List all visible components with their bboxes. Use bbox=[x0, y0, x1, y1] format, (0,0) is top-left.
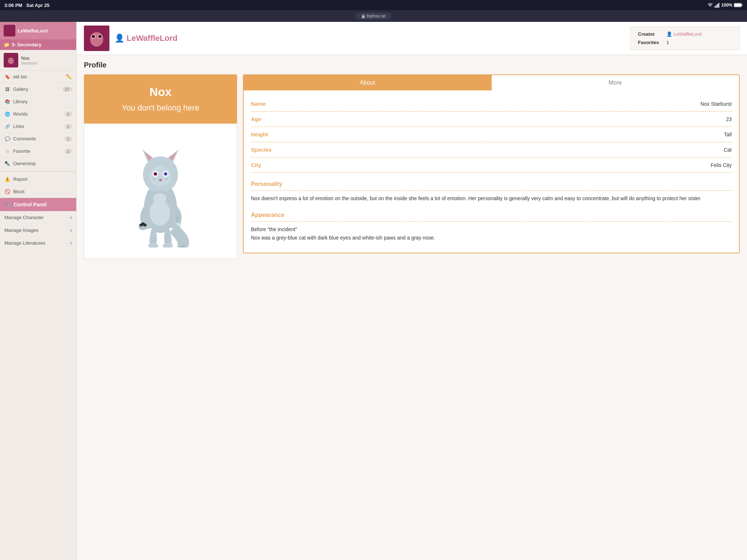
sidebar-character-item[interactable]: Nox Starburst bbox=[0, 50, 76, 71]
field-value-age: 23 bbox=[726, 116, 732, 122]
signal-icon bbox=[715, 3, 720, 8]
creator-label: Creator bbox=[638, 31, 663, 37]
nav-label-block: Block bbox=[13, 189, 25, 194]
creator-box: Creator 👤 LeWaffleLord Favorites 1 bbox=[630, 27, 740, 50]
svg-point-37 bbox=[154, 179, 155, 180]
appearance-text: Before "the incident"Nox was a grey-blue… bbox=[251, 225, 732, 242]
char-header-username: LeWaffleLord bbox=[127, 34, 178, 43]
chevron-right-icon-2 bbox=[70, 227, 72, 233]
nav-label-favorite: Favorite bbox=[13, 148, 30, 154]
photo-icon bbox=[4, 86, 10, 92]
svg-point-19 bbox=[98, 35, 101, 38]
profile-columns: Nox You don't belong here bbox=[84, 74, 740, 259]
sidebar-item-worlds[interactable]: Worlds 1 bbox=[0, 108, 76, 120]
personality-text: Nox doesn't express a lot of emotion on … bbox=[251, 194, 732, 202]
left-panel: Nox You don't belong here bbox=[84, 74, 237, 259]
char-banner: Nox You don't belong here bbox=[84, 74, 237, 124]
profile-title: Profile bbox=[84, 61, 740, 69]
warning-icon: ⚠️ bbox=[4, 176, 10, 182]
creator-row: Creator 👤 LeWaffleLord bbox=[638, 31, 732, 37]
tab-more[interactable]: More bbox=[491, 75, 739, 90]
nav-label-ownership: Ownership bbox=[13, 161, 36, 166]
links-badge: 1 bbox=[65, 124, 72, 129]
favorites-row: Favorites 1 bbox=[638, 40, 732, 45]
svg-point-33 bbox=[156, 172, 156, 173]
manage-character-label: Manage Character bbox=[4, 215, 44, 220]
nav-label-links: Links bbox=[13, 124, 24, 129]
user-avatar bbox=[4, 25, 15, 36]
field-label-age: Age bbox=[251, 116, 261, 122]
svg-rect-6 bbox=[734, 4, 741, 7]
app-layout: LeWaffleLord 📁 3- Secondary Nox St bbox=[0, 22, 747, 560]
main-content: 👤 LeWaffleLord Creator 👤 LeWaffleLord Fa… bbox=[77, 22, 747, 560]
url-bar[interactable]: toyhou.se bbox=[0, 10, 747, 22]
nav-label-gallery: Gallery bbox=[13, 86, 28, 92]
sidebar-item-favorite[interactable]: Favorite 1 bbox=[0, 145, 76, 158]
sidebar-item-report[interactable]: ⚠️ Report bbox=[0, 173, 76, 186]
nav-label-library: Library bbox=[13, 99, 28, 104]
comments-badge: 1 bbox=[65, 136, 72, 141]
favorites-count: 1 bbox=[666, 40, 669, 45]
sidebar-user-header[interactable]: LeWaffleLord bbox=[0, 22, 76, 39]
nav-label-worlds: Worlds bbox=[13, 111, 28, 117]
info-content: Name Nox Starburst Age 23 Height Tall bbox=[244, 90, 739, 253]
wrench-icon: 🔧 bbox=[4, 202, 11, 207]
svg-point-49 bbox=[153, 193, 166, 203]
svg-point-35 bbox=[159, 179, 162, 181]
chevron-right-icon bbox=[70, 214, 72, 220]
svg-point-26 bbox=[150, 166, 171, 187]
globe-icon bbox=[4, 111, 10, 117]
appearance-header: Appearance bbox=[251, 207, 732, 222]
chevron-right-icon-3 bbox=[70, 240, 72, 246]
field-label-name: Name bbox=[251, 101, 266, 107]
status-bar: 3:06 PM Sat Apr 25 100% bbox=[0, 0, 747, 10]
svg-point-48 bbox=[150, 200, 170, 226]
sidebar-manage-images[interactable]: Manage Images bbox=[0, 224, 76, 237]
personality-header: Personality bbox=[251, 176, 732, 191]
banner-name: Nox bbox=[91, 85, 230, 99]
edit-icon[interactable]: ✏️ bbox=[66, 74, 72, 79]
sidebar-item-comments[interactable]: Comments 1 bbox=[0, 133, 76, 145]
battery-icon bbox=[734, 3, 743, 7]
svg-point-12 bbox=[9, 59, 10, 60]
sidebar-item-block[interactable]: 🚫 Block bbox=[0, 186, 76, 198]
sidebar-divider bbox=[0, 171, 76, 172]
sidebar-char-name: Nox bbox=[21, 55, 38, 61]
worlds-badge: 1 bbox=[65, 112, 72, 117]
sidebar-item-links[interactable]: Links 1 bbox=[0, 120, 76, 133]
field-row-city: City Felis City bbox=[251, 158, 732, 173]
sidebar-item-gallery[interactable]: Gallery 17 bbox=[0, 83, 76, 96]
field-row-height: Height Tall bbox=[251, 127, 732, 142]
field-value-city: Felis City bbox=[711, 162, 732, 168]
creator-name: 👤 LeWaffleLord bbox=[666, 31, 701, 37]
comment-icon bbox=[4, 136, 10, 141]
status-time: 3:06 PM Sat Apr 25 bbox=[4, 3, 50, 8]
status-icons: 100% bbox=[707, 3, 743, 8]
gallery-badge: 17 bbox=[62, 87, 72, 92]
sidebar-manage-character[interactable]: Manage Character bbox=[0, 211, 76, 224]
sidebar-item-ownership[interactable]: ✒️ Ownership bbox=[0, 158, 76, 170]
profile-section: Profile Nox You don't belong here bbox=[77, 55, 747, 265]
link-icon bbox=[4, 124, 10, 129]
url-text: toyhou.se bbox=[367, 13, 386, 19]
tab-about[interactable]: About bbox=[244, 75, 491, 90]
svg-point-36 bbox=[153, 178, 154, 179]
url-pill[interactable]: toyhou.se bbox=[356, 12, 391, 20]
char-thumb-img bbox=[4, 54, 18, 67]
bookmark-icon bbox=[4, 74, 10, 79]
svg-rect-2 bbox=[717, 4, 718, 8]
sidebar-manage-literatures[interactable]: Manage Literatures bbox=[0, 237, 76, 249]
sidebar-item-old-bio[interactable]: old bio ✏️ bbox=[0, 71, 76, 83]
nav-label-report: Report bbox=[13, 176, 27, 182]
block-icon: 🚫 bbox=[4, 189, 10, 194]
favorite-badge: 1 bbox=[65, 149, 72, 154]
field-label-species: Species bbox=[251, 147, 272, 153]
field-value-species: Cat bbox=[724, 147, 732, 153]
banner-tagline: You don't belong here bbox=[91, 103, 230, 113]
sidebar-folder[interactable]: 📁 3- Secondary bbox=[0, 39, 76, 50]
user-icon: 👤 bbox=[115, 34, 124, 43]
control-panel-label: Control Panel bbox=[13, 202, 47, 207]
sidebar-item-library[interactable]: Library bbox=[0, 96, 76, 108]
favorites-label: Favorites bbox=[638, 40, 663, 45]
personality-section: Personality Nox doesn't express a lot of… bbox=[251, 173, 732, 202]
